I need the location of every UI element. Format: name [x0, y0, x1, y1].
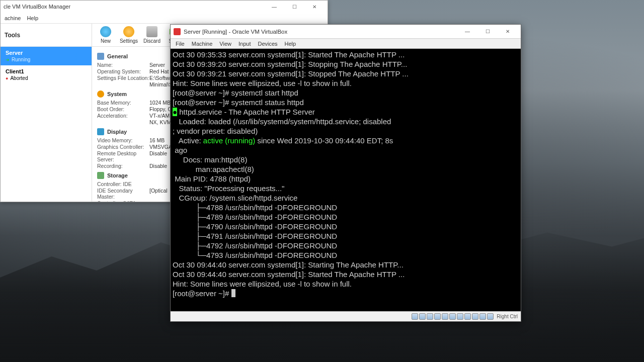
- cpu-icon[interactable]: [472, 313, 478, 320]
- discard-icon: [146, 26, 157, 37]
- shared-folder-icon[interactable]: [449, 313, 456, 320]
- optical-icon[interactable]: [419, 313, 426, 320]
- network-icon[interactable]: [434, 313, 441, 320]
- display-icon[interactable]: [457, 313, 463, 320]
- menu-machine[interactable]: Machine: [192, 41, 213, 47]
- hdd-icon[interactable]: [412, 313, 418, 320]
- tools-item[interactable]: Tools: [1, 24, 92, 47]
- vm-list-panel: Tools Server Running Client1 Aborted: [1, 24, 92, 202]
- close-button[interactable]: ✕: [498, 26, 518, 37]
- audio-icon[interactable]: [427, 313, 433, 320]
- manager-titlebar[interactable]: cle VM VirtualBox Manager — ☐ ✕: [1, 1, 328, 13]
- menu-help[interactable]: Help: [27, 15, 38, 21]
- vm-statusbar: Right Ctrl: [171, 311, 521, 321]
- vm-item-client1[interactable]: Client1 Aborted: [1, 65, 92, 84]
- menu-help[interactable]: Help: [285, 41, 296, 47]
- settings-button[interactable]: Settings: [118, 26, 139, 44]
- manager-menubar: achine Help: [1, 13, 328, 24]
- mouse-icon[interactable]: [479, 313, 486, 320]
- vm-titlebar[interactable]: Server [Running] - Oracle VM VirtualBox …: [171, 25, 521, 39]
- new-button[interactable]: New: [95, 26, 116, 44]
- new-icon: [100, 26, 111, 37]
- keyboard-icon[interactable]: [487, 313, 494, 320]
- usb-icon[interactable]: [442, 313, 448, 320]
- gear-icon: [123, 26, 134, 37]
- general-icon: [97, 53, 104, 60]
- vm-app-icon: [174, 28, 181, 35]
- menu-devices[interactable]: Devices: [258, 41, 277, 47]
- host-key-label: Right Ctrl: [497, 314, 518, 319]
- maximize-button[interactable]: ☐: [284, 1, 304, 12]
- discard-button[interactable]: Discard: [141, 26, 163, 44]
- maximize-button[interactable]: ☐: [477, 26, 498, 37]
- terminal[interactable]: Oct 30 09:35:33 server.com systemd[1]: S…: [171, 49, 521, 311]
- manager-title: cle VM VirtualBox Manager: [4, 4, 264, 10]
- vm-running-window: Server [Running] - Oracle VM VirtualBox …: [170, 24, 521, 322]
- system-icon: [97, 90, 104, 98]
- menu-input[interactable]: Input: [238, 41, 251, 47]
- vm-name: Client1: [6, 68, 87, 74]
- vm-menubar: File Machine View Input Devices Help: [171, 39, 521, 49]
- minimize-button[interactable]: —: [457, 26, 477, 37]
- storage-icon: [97, 172, 104, 179]
- vm-window-title: Server [Running] - Oracle VM VirtualBox: [184, 29, 457, 35]
- menu-machine[interactable]: achine: [5, 15, 21, 21]
- menu-file[interactable]: File: [176, 41, 185, 47]
- recording-icon[interactable]: [464, 313, 471, 320]
- cursor: _: [231, 289, 235, 298]
- list-mode-icon[interactable]: [78, 54, 88, 62]
- vm-status: Running: [6, 57, 87, 62]
- minimize-button[interactable]: —: [264, 1, 284, 12]
- display-icon: [97, 128, 104, 135]
- menu-view[interactable]: View: [219, 41, 231, 47]
- close-button[interactable]: ✕: [304, 1, 325, 12]
- vm-name: Server: [6, 50, 87, 56]
- vm-status: Aborted: [6, 75, 87, 81]
